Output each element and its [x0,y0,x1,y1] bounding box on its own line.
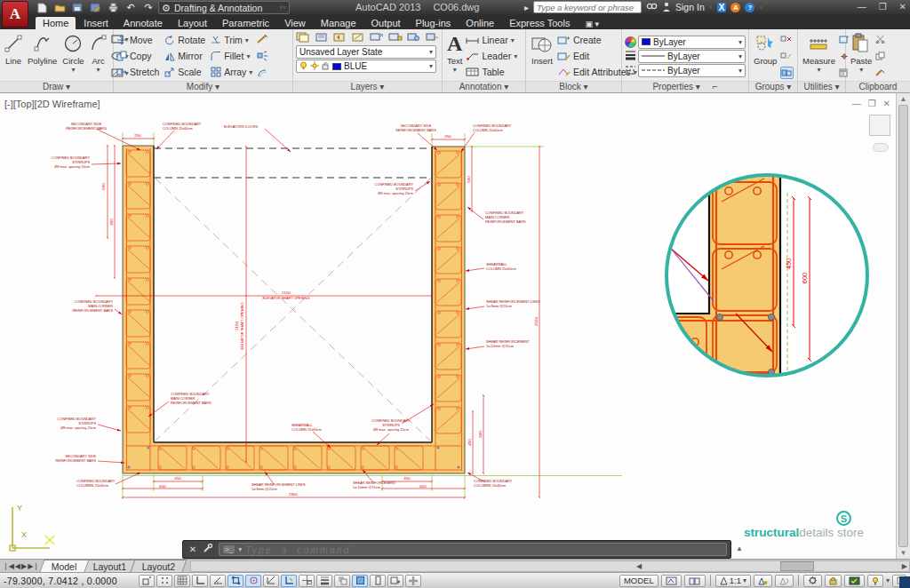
redo-icon[interactable]: ↷ [142,2,155,13]
leader-button[interactable]: Leader▾ [466,49,523,63]
insert-button[interactable]: Insert [529,31,555,81]
erase-icon[interactable] [256,33,268,45]
transparency-toggle[interactable] [334,575,350,587]
last-layout-icon[interactable]: ▶❘ [28,562,39,570]
command-input[interactable] [245,544,722,555]
command-line[interactable]: ✕ >_ ▾ ▲ [182,540,731,559]
search-icon[interactable] [646,2,658,13]
linetype-icon[interactable] [625,64,636,76]
ribbon-display-icon[interactable]: ▣ ▾ [578,19,606,29]
layer-on-icon[interactable] [425,31,439,44]
paste-button[interactable]: Paste ▾ [849,31,874,81]
copy-button[interactable]: Copy [116,48,159,64]
save-icon[interactable] [71,2,84,13]
tab-home[interactable]: Home [36,17,76,29]
array-button[interactable]: Array▾ [211,64,252,80]
tab-plugins[interactable]: Plug-ins [409,17,459,29]
circle-button[interactable]: Circle ▾ [60,31,85,81]
tab-output[interactable]: Output [364,17,408,29]
tab-view[interactable]: View [277,17,313,29]
prev-layout-icon[interactable]: ◀ [15,562,20,570]
osnap-toggle[interactable] [228,575,243,587]
scale-button[interactable]: Scale [164,64,205,80]
panel-title-properties[interactable]: Properties ▾ ⌐ [622,81,748,92]
horizontal-scrollbar[interactable]: ◀ ▶ [190,560,910,572]
color-wheel-icon[interactable] [625,36,636,48]
layer-off-icon[interactable] [406,31,420,44]
minimize-button[interactable]: — [858,2,866,12]
ortho-toggle[interactable] [192,575,208,587]
lwt-toggle[interactable] [316,575,332,587]
close-button[interactable]: ✕ [899,2,906,12]
quick-view-drawings-icon[interactable] [684,575,706,587]
panel-title-modify[interactable]: Modify ▾ [114,81,292,92]
tab-layout2[interactable]: Layout2 [130,560,187,572]
first-layout-icon[interactable]: ❘◀ [3,562,14,570]
tab-model[interactable]: Model [39,560,89,572]
layer-properties-icon[interactable] [296,31,310,44]
panel-title-block[interactable]: Block ▾ [526,81,621,92]
otrack-toggle[interactable] [263,575,279,587]
stretch-button[interactable]: Stretch [116,64,159,80]
sign-in-dropdown-icon[interactable]: ▾ [709,4,713,12]
fillet-button[interactable]: Fillet▾ [211,48,252,64]
navigation-bar[interactable] [873,143,889,152]
tab-layout[interactable]: Layout [171,17,214,29]
panel-title-annotation[interactable]: Annotation ▾ [443,81,525,92]
ducs-toggle[interactable] [281,575,297,587]
search-input[interactable] [533,1,642,13]
object-color-dropdown[interactable]: ByLayer▾ [638,36,746,49]
offset-icon[interactable] [256,67,268,79]
lineweight-dropdown[interactable]: ByLayer▾ [638,50,746,63]
annotation-monitor-toggle[interactable] [387,575,403,587]
selection-cycling-toggle[interactable] [370,575,386,587]
match-properties-icon[interactable] [875,67,886,79]
annotation-scale-button[interactable]: 1:1▾ [715,575,751,587]
group-edit-icon[interactable] [780,50,794,62]
tab-online[interactable]: Online [459,17,501,29]
cmd-recent-icon[interactable]: ▾ [238,545,242,553]
layer-prev-icon[interactable] [332,31,347,44]
help-dropdown-icon[interactable]: ▾ [759,4,762,12]
scroll-thumb[interactable] [898,105,908,547]
vp-restore-icon[interactable]: ❐ [868,99,876,108]
annotation-visibility-icon[interactable] [754,575,772,587]
rotate-button[interactable]: Rotate [164,32,205,48]
layer-lock-icon[interactable] [388,31,403,44]
layer-dropdown[interactable]: BLUE ▾ [296,60,436,73]
panel-title-groups[interactable]: Groups ▾ [749,81,797,92]
cmd-up-icon[interactable]: ▲ [736,544,743,552]
hardware-acceleration-icon[interactable] [844,575,865,587]
next-layout-icon[interactable]: ▶ [21,562,27,570]
save-as-icon[interactable] [89,2,101,13]
group-button[interactable]: Group [752,31,778,81]
text-button[interactable]: A Text ▾ [445,31,464,81]
infer-constraints-toggle[interactable] [139,575,155,587]
open-icon[interactable] [53,2,66,13]
vertical-scrollbar[interactable]: ▲ ▼ [896,93,910,559]
group-selection-toggle-icon[interactable] [780,67,794,79]
layer-freeze-icon[interactable] [370,31,384,44]
maximize-button[interactable]: ❐ [879,2,887,12]
table-button[interactable]: Table [466,65,523,79]
copy-clip-icon[interactable] [875,50,886,62]
layer-isolate-icon[interactable] [351,31,365,44]
scroll-up-icon[interactable]: ▲ [900,95,907,103]
lineweight-icon[interactable] [625,50,636,62]
infocenter-expand-icon[interactable]: ▸ [524,3,529,12]
grid-toggle[interactable] [174,575,190,587]
new-icon[interactable] [36,2,48,13]
scroll-down-icon[interactable]: ▼ [900,549,907,557]
polar-toggle[interactable] [210,575,226,587]
model-space-button[interactable]: MODEL [619,575,659,587]
view-cube[interactable] [869,115,890,136]
drawing-canvas[interactable]: [-][Top][2D Wireframe] — ❐ ✕ .wall{fill:… [0,93,910,559]
line-button[interactable]: Line [3,31,24,81]
autocad-logo[interactable]: A [2,1,28,28]
viewport-label[interactable]: [-][Top][2D Wireframe] [4,99,100,109]
trim-button[interactable]: Trim▾ [211,32,252,48]
measure-button[interactable]: Measure ▾ [801,31,837,81]
arc-button[interactable]: Arc ▾ [88,31,109,81]
ungroup-icon[interactable] [780,33,794,45]
quick-view-layouts-icon[interactable] [661,575,682,587]
